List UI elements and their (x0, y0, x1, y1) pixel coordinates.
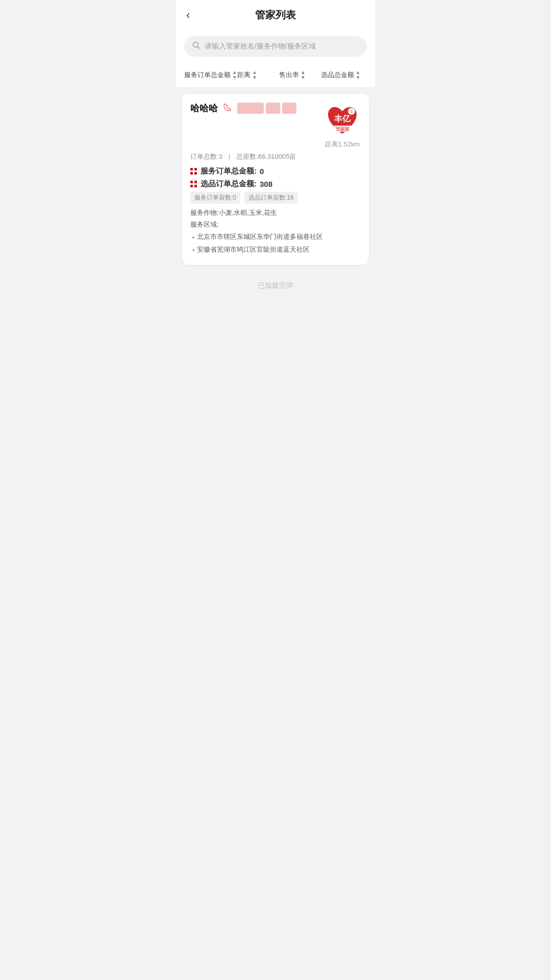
svg-text:♀: ♀ (350, 109, 354, 114)
select-order-total: 选品订单总金额:308 (190, 179, 361, 189)
svg-line-1 (198, 47, 200, 49)
privacy-block-2 (266, 103, 280, 114)
manager-card[interactable]: 哈哈哈 ♀ (182, 94, 369, 265)
page-title: 管家列表 (255, 8, 296, 22)
sort-icon-distance: ▲▼ (252, 70, 257, 80)
filter-sell-rate[interactable]: 售出率 ▲▼ (279, 70, 321, 80)
service-area-label: 服务区域: (190, 219, 361, 230)
service-area-item-2: • 安徽省芜湖市鸠江区官陡街道蓝天社区 (192, 243, 361, 256)
header: ‹ 管家列表 (176, 0, 375, 30)
sort-icon-service-total: ▲▼ (232, 70, 237, 80)
phone-icon[interactable] (223, 103, 232, 114)
filter-select-total[interactable]: 选品总金额 ▲▼ (321, 70, 367, 80)
content-area: 哈哈哈 ♀ (176, 88, 375, 306)
sort-icon-sell-rate: ▲▼ (300, 70, 306, 80)
privacy-blocks (237, 103, 296, 114)
service-order-total: 服务订单总金额:0 (190, 166, 361, 176)
search-placeholder: 请输入管家姓名/服务作物/服务区域 (205, 42, 316, 51)
select-mu-tag: 选品订单亩数:16 (244, 192, 298, 204)
sort-icon-select-total: ▲▼ (356, 70, 361, 80)
svg-text:丰亿: 丰亿 (334, 114, 351, 123)
brand-col: ♀ 丰亿 管家版 距离1.52km (324, 102, 361, 149)
filter-distance[interactable]: 距离 ▲▼ (237, 70, 279, 80)
stat-icon-1 (190, 168, 197, 175)
back-button[interactable]: ‹ (186, 10, 190, 21)
search-icon (192, 41, 201, 52)
distance-label: 距离1.52km (325, 140, 360, 149)
service-area-list: • 北京市市辖区东城区东华门街道多福巷社区 • 安徽省芜湖市鸠江区官陡街道蓝天社… (190, 231, 361, 257)
loaded-text: 已加载完毕 (182, 271, 369, 306)
search-bar[interactable]: 请输入管家姓名/服务作物/服务区域 (184, 36, 367, 57)
manager-name: 哈哈哈 (190, 102, 218, 114)
service-mu-tag: 服务订单亩数:0 (190, 192, 240, 204)
privacy-block-1 (237, 103, 264, 114)
filter-service-total[interactable]: 服务订单总金额 ▲▼ (184, 70, 237, 80)
service-area-item-1: • 北京市市辖区东城区东华门街道多福巷社区 (192, 231, 361, 243)
search-bar-wrapper: 请输入管家姓名/服务作物/服务区域 (176, 30, 375, 65)
card-meta: 订单总数:3 ｜ 总亩数:66.310005亩 (190, 152, 361, 161)
service-crops-line: 服务作物:小麦,水稻,玉米,花生 (190, 208, 361, 218)
svg-text:管家版: 管家版 (336, 127, 349, 132)
tag-row: 服务订单亩数:0 选品订单亩数:16 (190, 192, 361, 204)
filter-bar: 服务订单总金额 ▲▼ 距离 ▲▼ 售出率 ▲▼ 选品总金额 ▲▼ (176, 65, 375, 88)
stat-icon-2 (190, 181, 197, 188)
brand-logo: ♀ 丰亿 管家版 (324, 102, 361, 139)
privacy-block-3 (282, 103, 296, 114)
